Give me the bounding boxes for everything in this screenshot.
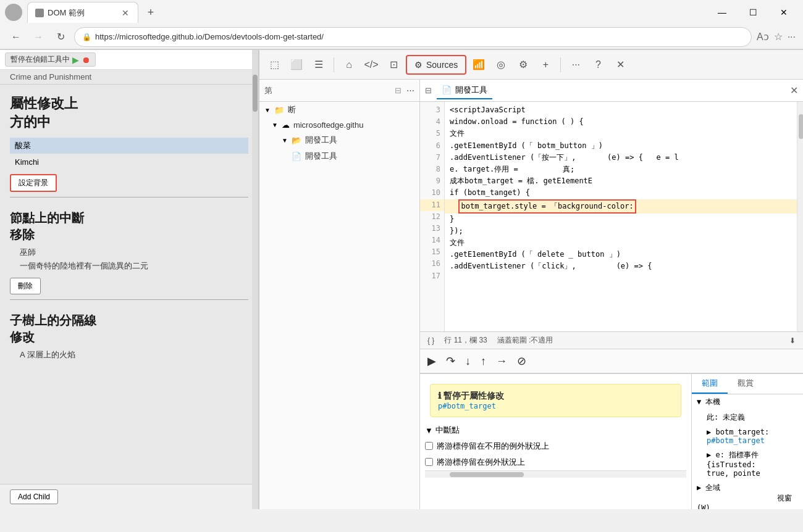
console-icon[interactable]: ⊡: [384, 55, 403, 75]
read-aloud-icon[interactable]: Aↄ: [757, 31, 769, 43]
close-devtools-icon[interactable]: ✕: [610, 55, 630, 75]
code-line-4: window.onload = function ( ) {: [445, 116, 797, 128]
line-num-4: 4: [420, 116, 444, 128]
back-button[interactable]: ←: [7, 28, 25, 46]
home-icon[interactable]: ⌂: [339, 55, 359, 75]
status-braces[interactable]: { }: [425, 336, 437, 345]
debug-play-icon[interactable]: ▶: [72, 55, 79, 65]
device-mode-icon[interactable]: ⬜: [287, 55, 306, 75]
more-options-icon[interactable]: ···: [788, 31, 796, 43]
breakpoints-header: ▼ 中斷點: [425, 422, 686, 438]
highlighted-expression: botm_target.style = 「background-color:: [458, 199, 636, 214]
minimize-button[interactable]: —: [708, 2, 736, 22]
debug-step-over-button[interactable]: ↷: [446, 354, 455, 368]
sub-desc: 一個奇特的陸地裡有一個詭異的二元: [10, 259, 248, 273]
address-bar-actions: Aↄ ☆ ···: [757, 31, 796, 43]
pause-info-icon: ℹ: [438, 391, 444, 401]
code-area: 3 4 5 6 7 8 9 10 11 12 13 14 15: [420, 102, 803, 331]
page-section-1: 酸菜 Kimchi 設定背景: [0, 138, 258, 192]
debug-step-into-button[interactable]: ↓: [465, 355, 471, 368]
code-scrollbar-v[interactable]: [797, 102, 803, 331]
scope-tab-watch[interactable]: 觀賞: [728, 374, 763, 394]
code-line-12: }: [445, 214, 797, 225]
debug-deactivate-button[interactable]: ⊘: [517, 354, 526, 368]
line-numbers: 3 4 5 6 7 8 9 10 11 12 13 14 15: [420, 102, 445, 331]
performance-icon[interactable]: ◎: [491, 55, 511, 75]
maximize-button[interactable]: ☐: [739, 2, 767, 22]
sources-sidebar-header: 第 ⊟ ⋯: [259, 80, 419, 102]
debug-record-icon[interactable]: ⏺: [82, 55, 90, 65]
settings-icon[interactable]: ⚙: [513, 55, 533, 75]
tree-label-cloud: microsoftedge.githu: [293, 120, 363, 130]
breakpoints-arrow[interactable]: ▼: [425, 426, 433, 435]
set-background-button[interactable]: 設定背景: [10, 174, 57, 192]
bp-checkbox-1[interactable]: [425, 442, 433, 450]
delete-button[interactable]: 刪除: [10, 278, 41, 294]
status-download-icon[interactable]: ⬇: [787, 336, 798, 345]
close-panel-button[interactable]: ✕: [790, 85, 798, 96]
sidebar-collapse-icon[interactable]: ⊟: [395, 86, 402, 95]
breakpoints-h-scroll[interactable]: [425, 470, 686, 478]
debug-step-out-button[interactable]: ↑: [481, 355, 486, 368]
url-bar[interactable]: 🔒 https://microsoftedge.github.io/Demos/…: [74, 27, 752, 47]
separator-1: [10, 197, 248, 197]
network-icon[interactable]: 📶: [469, 55, 489, 75]
sidebar-more-icon[interactable]: ⋯: [406, 86, 414, 95]
scope-event[interactable]: ▶ e: 指標事件 {isTrusted: true, pointe: [692, 447, 803, 480]
bp-checkbox-2[interactable]: [425, 458, 433, 466]
help-icon[interactable]: ?: [588, 55, 608, 75]
tree-label-folder: 開發工具: [305, 135, 337, 146]
sources-sidebar: 第 ⊟ ⋯ ▼ 📁 断 ▼ ☁ microsoftedge.githu ▼: [259, 80, 420, 509]
forward-button[interactable]: →: [30, 28, 47, 46]
tree-item-file[interactable]: 📄 開發工具: [259, 148, 419, 164]
code-content: <scriptJavaScript window.onload = functi…: [445, 102, 797, 331]
page-section-3: A 深層上的火焰: [0, 348, 258, 362]
scope-botm-target[interactable]: ▶ botm_target: p#botm_target: [692, 425, 803, 447]
debug-play-button[interactable]: ▶: [427, 354, 436, 368]
inspect-element-icon[interactable]: ⬚: [264, 55, 284, 75]
sources-tab-icon: ⚙: [414, 60, 423, 70]
refresh-button[interactable]: ↻: [52, 28, 69, 46]
webpage-scrollbar[interactable]: [252, 50, 258, 509]
favorites-icon[interactable]: ☆: [774, 31, 783, 43]
editor-tab-icon: 📄: [442, 85, 452, 94]
tree-item-disk[interactable]: ▼ 📁 断: [259, 102, 419, 118]
tree-item-folder[interactable]: ▼ 📂 開發工具: [259, 132, 419, 148]
scope-global-group[interactable]: ▶ 全域 視窗(W): [692, 480, 803, 496]
status-coverage[interactable]: 涵蓋範圍 :不適用: [495, 335, 556, 346]
tab-close-button[interactable]: ✕: [120, 7, 130, 19]
add-panel-icon[interactable]: +: [536, 55, 555, 75]
elements-icon[interactable]: </>: [361, 55, 381, 75]
debug-step-button[interactable]: →: [496, 355, 507, 368]
sources-tab-button[interactable]: ⚙ Sources: [406, 55, 466, 75]
new-tab-button[interactable]: +: [141, 2, 161, 22]
line-num-10: 10: [420, 187, 444, 199]
scope-local-label: 本機: [705, 397, 720, 406]
title-bar: DOM 範例 ✕ + — ☐ ✕: [0, 0, 803, 25]
code-line-15: 文件: [445, 237, 797, 249]
screencast-icon[interactable]: ☰: [309, 55, 329, 75]
status-line-col[interactable]: 行 11，欄 33: [442, 335, 489, 346]
disk-icon: 📁: [274, 106, 284, 115]
scope-this-key: 此: 未定義: [707, 413, 745, 422]
cloud-icon: ☁: [282, 120, 290, 130]
scope-local-group[interactable]: ▼ 本機: [692, 394, 803, 410]
scope-tabs: 範圍 觀賞: [692, 374, 803, 394]
profile-avatar[interactable]: [5, 4, 22, 21]
pause-title: ℹ 暫停于屬性修改: [438, 391, 673, 402]
separator-2: [10, 299, 248, 300]
window-controls: — ☐ ✕: [708, 2, 798, 22]
tree-item-cloud[interactable]: ▼ ☁ microsoftedge.githu: [259, 118, 419, 132]
devtools-panel: ⬚ ⬜ ☰ ⌂ </> ⊡ ⚙ Sources 📶 ◎ ⚙ + ··· ? ✕: [259, 50, 803, 509]
code-scrollbar-thumb: [799, 114, 803, 139]
scope-tab-scope[interactable]: 範圍: [692, 374, 728, 394]
browser-tab[interactable]: DOM 範例 ✕: [27, 2, 138, 23]
title-bar-left: [5, 4, 22, 21]
section2-title: 節點上的中斷 移除: [0, 202, 258, 246]
editor-tab[interactable]: 📄 開發工具: [437, 82, 492, 99]
more-tools-icon[interactable]: ···: [566, 55, 586, 75]
editor-collapse-icon[interactable]: ⊟: [425, 86, 432, 95]
code-line-3: <scriptJavaScript: [445, 104, 797, 116]
browser-chrome: DOM 範例 ✕ + — ☐ ✕ ← → ↻ 🔒 https://microso…: [0, 0, 803, 50]
close-button[interactable]: ✕: [770, 2, 798, 22]
